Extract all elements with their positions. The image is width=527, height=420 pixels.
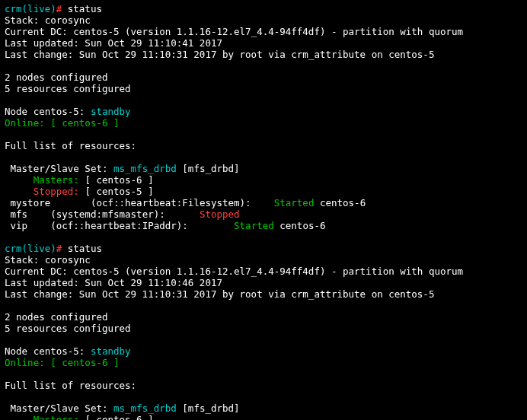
resources-configured: 5 resources configured xyxy=(5,323,131,334)
prompt-symbol: # xyxy=(56,243,62,254)
resources-header: Full list of resources: xyxy=(5,380,136,391)
nodes-configured: 2 nodes configured xyxy=(5,72,107,83)
terminal-output[interactable]: crm(live)# status Stack: corosync Curren… xyxy=(0,0,527,420)
online-value: [ centos-6 ] xyxy=(50,117,119,129)
set-label: Master/Slave Set: xyxy=(5,163,107,174)
dc-line: Current DC: centos-5 (version 1.1.16-12.… xyxy=(5,266,463,277)
res-vip-status: Started xyxy=(234,220,274,231)
masters-value: [ centos-6 ] xyxy=(85,174,153,186)
res-mystore-name: mystore xyxy=(5,197,50,208)
masters-value: [ centos-6 ] xyxy=(85,414,153,420)
res-mystore-node: centos-6 xyxy=(320,197,366,208)
stopped-value: [ centos-5 ] xyxy=(85,186,153,197)
online-label: Online: xyxy=(5,117,45,129)
change-line: Last change: Sun Oct 29 11:10:31 2017 by… xyxy=(5,288,434,300)
masters-label: Masters: xyxy=(5,174,79,186)
node-state: standby xyxy=(91,106,131,117)
resources-header: Full list of resources: xyxy=(5,140,136,151)
online-label: Online: xyxy=(5,357,45,368)
set-name: ms_mfs_drbd xyxy=(113,163,177,174)
set-inner: [mfs_drbd] xyxy=(182,402,239,414)
res-vip-name: vip xyxy=(5,220,27,231)
stack-value: corosync xyxy=(45,254,91,266)
stack-value: corosync xyxy=(45,14,91,26)
res-mfs-name: mfs xyxy=(5,208,27,220)
dc-line: Current DC: centos-5 (version 1.1.16-12.… xyxy=(5,26,463,37)
prompt-symbol: # xyxy=(56,3,62,14)
res-mystore-status: Started xyxy=(274,197,315,208)
stopped-label: Stopped: xyxy=(5,186,79,197)
res-vip-type: (ocf::heartbeat:IPaddr): xyxy=(50,220,188,231)
nodes-configured: 2 nodes configured xyxy=(5,311,107,323)
stack-label: Stack: xyxy=(5,14,39,26)
command: status xyxy=(68,3,102,14)
node-label: Node centos-5: xyxy=(5,345,85,357)
prompt-host: crm(live) xyxy=(5,3,56,14)
online-value: [ centos-6 ] xyxy=(50,357,119,368)
node-label: Node centos-5: xyxy=(5,106,85,117)
command: status xyxy=(68,243,102,254)
resources-configured: 5 resources configured xyxy=(5,83,131,94)
masters-label: Masters: xyxy=(5,414,79,420)
updated-line: Last updated: Sun Oct 29 11:10:46 2017 xyxy=(5,277,222,288)
updated-line: Last updated: Sun Oct 29 11:10:41 2017 xyxy=(5,37,222,49)
res-mfs-status: Stopped xyxy=(200,208,240,220)
res-mystore-type: (ocf::heartbeat:Filesystem): xyxy=(91,197,251,208)
set-inner: [mfs_drbd] xyxy=(182,163,239,174)
stack-label: Stack: xyxy=(5,254,39,266)
prompt-host: crm(live) xyxy=(5,243,56,254)
res-vip-node: centos-6 xyxy=(279,220,325,231)
change-line: Last change: Sun Oct 29 11:10:31 2017 by… xyxy=(5,49,434,60)
set-label: Master/Slave Set: xyxy=(5,402,107,414)
res-mfs-type: (systemd:mfsmaster): xyxy=(50,208,165,220)
node-state: standby xyxy=(91,345,131,357)
set-name: ms_mfs_drbd xyxy=(113,402,177,414)
